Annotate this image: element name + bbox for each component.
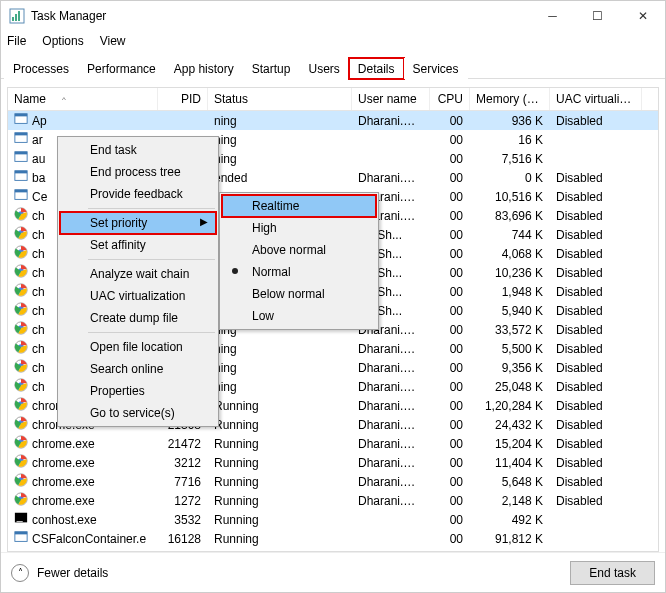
context-menu[interactable]: End taskEnd process treeProvide feedback… [57,136,219,427]
process-user: Dharani.Sh... [352,361,430,375]
svg-rect-3 [18,11,20,21]
ctx-create-dump-file[interactable]: Create dump file [60,307,216,329]
process-uac: Disabled [550,323,642,337]
table-row[interactable]: chrome.exe21472RunningDharani.Sh...0015,… [8,434,658,453]
process-icon [14,150,28,167]
menu-file[interactable]: File [7,34,26,48]
header-uac[interactable]: UAC virtualizat... [550,88,642,110]
process-name: ch [32,342,45,356]
process-cpu: 00 [430,361,470,375]
tab-startup[interactable]: Startup [243,58,300,79]
ctx-open-file-location[interactable]: Open file location [60,336,216,358]
ctx-set-priority[interactable]: Set priority▶ [60,212,216,234]
process-cpu: 00 [430,304,470,318]
ctx-provide-feedback[interactable]: Provide feedback [60,183,216,205]
priority-above-normal[interactable]: Above normal [222,239,376,261]
process-name: Ce [32,190,47,204]
process-user: Dharani.Sh... [352,342,430,356]
tab-services[interactable]: Services [404,58,468,79]
header-memory[interactable]: Memory (a... [470,88,550,110]
minimize-button[interactable]: ─ [530,1,575,31]
process-pid: 7716 [158,475,208,489]
process-cpu: 00 [430,247,470,261]
header-cpu[interactable]: CPU [430,88,470,110]
process-memory: 0 K [470,171,550,185]
process-user: Dharani.Sh... [352,475,430,489]
process-memory: 16 K [470,133,550,147]
process-cpu: 00 [430,133,470,147]
priority-submenu[interactable]: RealtimeHighAbove normalNormalBelow norm… [219,192,379,330]
process-pid: 21472 [158,437,208,451]
process-name: conhost.exe [32,513,97,527]
process-name: ch [32,361,45,375]
process-icon [14,188,28,205]
process-memory: 83,696 K [470,209,550,223]
ctx-set-affinity[interactable]: Set affinity [60,234,216,256]
ctx-end-task[interactable]: End task [60,139,216,161]
close-button[interactable]: ✕ [620,1,665,31]
svg-text:_: _ [16,511,23,522]
maximize-button[interactable]: ☐ [575,1,620,31]
process-memory: 91,812 K [470,532,550,546]
menu-options[interactable]: Options [42,34,83,48]
menu-view[interactable]: View [100,34,126,48]
process-memory: 7,516 K [470,152,550,166]
tab-processes[interactable]: Processes [4,58,78,79]
process-cpu: 00 [430,342,470,356]
ctx-uac-virtualization[interactable]: UAC virtualization [60,285,216,307]
submenu-arrow-icon: ▶ [200,216,208,227]
process-user: Dharani.Sh... [352,494,430,508]
table-row[interactable]: chrome.exe1272RunningDharani.Sh...002,14… [8,491,658,510]
table-row[interactable]: _conhost.exe3532Running00492 K [8,510,658,529]
tab-performance[interactable]: Performance [78,58,165,79]
process-cpu: 00 [430,456,470,470]
process-uac: Disabled [550,171,642,185]
column-headers[interactable]: Name^ PID Status User name CPU Memory (a… [8,88,658,111]
sort-caret-icon: ^ [62,95,66,104]
tab-details[interactable]: Details [349,58,404,79]
priority-normal[interactable]: Normal [222,261,376,283]
header-pid[interactable]: PID [158,88,208,110]
process-icon [14,530,28,547]
process-uac: Disabled [550,190,642,204]
priority-realtime[interactable]: Realtime [222,195,376,217]
process-cpu: 00 [430,228,470,242]
process-name: ch [32,247,45,261]
ctx-properties[interactable]: Properties [60,380,216,402]
header-name[interactable]: Name^ [8,88,158,110]
titlebar[interactable]: Task Manager ─ ☐ ✕ [1,1,665,31]
process-icon [14,131,28,148]
process-cpu: 00 [430,114,470,128]
table-row[interactable]: CSFalconContainer.e16128Running0091,812 … [8,529,658,548]
process-status: ning [208,114,352,128]
app-icon [9,8,25,24]
table-row[interactable]: chrome.exe3212RunningDharani.Sh...0011,4… [8,453,658,472]
tab-users[interactable]: Users [299,58,348,79]
table-row[interactable]: ApningDharani.Sh...00936 KDisabled [8,111,658,130]
process-pid: 16128 [158,532,208,546]
fewer-details-button[interactable]: ˄ Fewer details [11,564,108,582]
process-icon [14,169,28,186]
process-icon [14,245,28,262]
tab-app-history[interactable]: App history [165,58,243,79]
process-name: Ap [32,114,47,128]
header-user[interactable]: User name [352,88,430,110]
menubar: File Options View [1,31,665,51]
header-status[interactable]: Status [208,88,352,110]
priority-high[interactable]: High [222,217,376,239]
ctx-go-to-service-s-[interactable]: Go to service(s) [60,402,216,424]
process-icon [14,378,28,395]
priority-low[interactable]: Low [222,305,376,327]
ctx-end-process-tree[interactable]: End process tree [60,161,216,183]
process-memory: 5,940 K [470,304,550,318]
svg-rect-7 [15,133,27,136]
process-memory: 15,204 K [470,437,550,451]
ctx-search-online[interactable]: Search online [60,358,216,380]
process-memory: 10,516 K [470,190,550,204]
tabs: ProcessesPerformanceApp historyStartupUs… [1,55,665,79]
process-status: Running [208,475,352,489]
end-task-button[interactable]: End task [570,561,655,585]
ctx-analyze-wait-chain[interactable]: Analyze wait chain [60,263,216,285]
priority-below-normal[interactable]: Below normal [222,283,376,305]
table-row[interactable]: chrome.exe7716RunningDharani.Sh...005,64… [8,472,658,491]
